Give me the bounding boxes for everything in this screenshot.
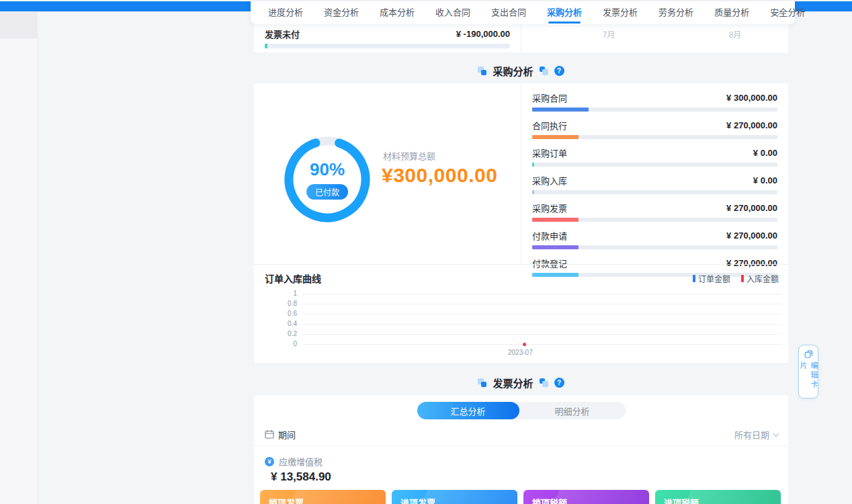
order-chart-legend: 订单金额 入库金额 xyxy=(693,273,779,284)
purchase-section-header: 采购分析 ? xyxy=(254,62,788,79)
analysis-mode-toggle: 汇总分析 明细分析 xyxy=(417,402,626,419)
budget-caption: 材料预算总额 xyxy=(383,149,435,162)
help-icon[interactable]: ? xyxy=(554,66,564,76)
invoice-section-header: 发票分析 ? xyxy=(254,374,788,391)
month-axis-label: 8月 xyxy=(720,28,750,40)
partial-month-chart: 7月 8月 xyxy=(521,24,788,52)
bar-row: 采购发票¥ 270,000.00 xyxy=(532,202,777,222)
bar-value: ¥ 270,000.00 xyxy=(726,203,777,213)
bar-fill xyxy=(532,245,579,249)
card-input-invoice[interactable]: 进项发票 xyxy=(392,490,517,504)
card-label: 销项发票 xyxy=(269,498,304,504)
y-tick: 1 xyxy=(280,290,297,297)
bar-track xyxy=(532,245,777,249)
invoice-panel: 汇总分析 明细分析 期间 所有日期 ¥ 应缴增值税 ¥ 13,584.90 销项… xyxy=(254,395,788,504)
vat-label-row: ¥ 应缴增值税 xyxy=(265,455,323,468)
analysis-tab-bar: 进度分析 资金分析 成本分析 收入合同 支出合同 采购分析 发票分析 劳务分析 … xyxy=(251,1,795,24)
invoice-unpaid-label: 发票未付 xyxy=(265,28,300,40)
bar-label: 付款申请 xyxy=(532,229,567,242)
bar-label: 采购发票 xyxy=(532,202,567,214)
y-tick: 0 xyxy=(280,340,297,347)
bar-track xyxy=(532,190,777,194)
bar-fill xyxy=(532,163,534,167)
tab-purchase-analysis[interactable]: 采购分析 xyxy=(547,1,582,24)
month-axis-label: 7月 xyxy=(594,28,624,40)
budget-donut-cell: 90% 已付款 材料预算总额 ¥300,000.00 xyxy=(254,83,521,264)
toggle-detail-analysis[interactable]: 明细分析 xyxy=(519,402,626,419)
bar-row: 付款申请¥ 270,000.00 xyxy=(532,230,777,249)
data-point-dot[interactable] xyxy=(523,343,526,346)
bar-fill xyxy=(532,135,579,139)
legend-swatch xyxy=(741,275,744,282)
legend-label: 订单金额 xyxy=(698,273,730,284)
period-label: 期间 xyxy=(278,428,296,441)
tab-fund-analysis[interactable]: 资金分析 xyxy=(324,1,359,24)
vat-value: ¥ 13,584.90 xyxy=(271,470,331,484)
vat-label: 应缴增值税 xyxy=(279,455,323,468)
order-line-chart: 1 0.8 0.6 0.4 0.2 0 2023-07 xyxy=(280,289,782,363)
invoice-unpaid-progress xyxy=(265,44,510,48)
x-axis-label: 2023-07 xyxy=(508,349,533,356)
bar-row: 合同执行¥ 270,000.00 xyxy=(532,120,777,139)
deco-squares-icon xyxy=(478,67,486,75)
card-output-tax[interactable]: 销项税额 xyxy=(523,490,649,504)
bar-track xyxy=(532,135,777,139)
y-tick: 0.2 xyxy=(280,330,297,337)
tab-quality-analysis[interactable]: 质量分析 xyxy=(714,1,749,24)
deco-squares-icon xyxy=(540,67,548,75)
purchase-panel: 90% 已付款 材料预算总额 ¥300,000.00 采购合同¥ 300,000… xyxy=(254,83,788,363)
bar-value: ¥ 300,000.00 xyxy=(726,93,777,103)
tab-cost-analysis[interactable]: 成本分析 xyxy=(380,1,415,24)
tab-labor-analysis[interactable]: 劳务分析 xyxy=(658,1,693,24)
tab-expense-contract[interactable]: 支出合同 xyxy=(491,1,526,24)
calendar-icon xyxy=(265,429,274,439)
bar-value: ¥ 0.00 xyxy=(753,175,777,185)
tab-invoice-analysis[interactable]: 发票分析 xyxy=(603,1,638,24)
panel-divider xyxy=(254,264,788,265)
card-output-invoice[interactable]: 销项发票 xyxy=(260,490,386,504)
bar-label: 采购入库 xyxy=(532,174,567,187)
bar-track xyxy=(532,163,777,167)
deco-squares-icon xyxy=(478,378,486,387)
purchase-section-title: 采购分析 xyxy=(493,64,533,78)
budget-amount: ¥300,000.00 xyxy=(382,164,497,187)
y-tick: 0.4 xyxy=(280,320,297,327)
bar-fill xyxy=(532,273,579,277)
tab-progress-analysis[interactable]: 进度分析 xyxy=(268,1,303,24)
bar-row: 采购入库¥ 0.00 xyxy=(532,175,777,194)
edit-card-button[interactable]: 编辑卡片 xyxy=(798,345,818,398)
legend-item[interactable]: 订单金额 xyxy=(693,273,730,284)
invoice-unpaid-panel: 发票未付 ¥ -190,000.00 7月 8月 xyxy=(254,24,788,52)
paid-badge: 已付款 xyxy=(306,184,348,200)
bar-label: 采购订单 xyxy=(532,146,567,159)
help-icon[interactable]: ? xyxy=(554,378,564,388)
tab-income-contract[interactable]: 收入合同 xyxy=(435,1,470,24)
invoice-unpaid-cell: 发票未付 ¥ -190,000.00 xyxy=(254,24,521,52)
bar-row: 采购合同¥ 300,000.00 xyxy=(532,92,777,112)
edit-card-label: 编辑卡片 xyxy=(798,362,819,398)
bar-value: ¥ 270,000.00 xyxy=(726,120,777,130)
bar-track xyxy=(532,108,777,112)
bar-track xyxy=(532,218,777,222)
legend-item[interactable]: 入库金额 xyxy=(741,273,779,284)
toggle-summary-analysis[interactable]: 汇总分析 xyxy=(417,402,519,419)
bar-row: 采购订单¥ 0.00 xyxy=(532,147,777,167)
bar-fill xyxy=(532,190,534,194)
paid-percent: 90% xyxy=(310,159,345,180)
invoice-unpaid-progress-fill xyxy=(265,44,267,48)
card-label: 销项税额 xyxy=(532,498,567,504)
left-sidebar-patch xyxy=(0,12,38,38)
order-chart-title: 订单入库曲线 xyxy=(265,271,321,285)
edit-cards-icon xyxy=(804,350,813,358)
tax-cards-row: 销项发票 进项发票 销项税额 进项税额 xyxy=(260,490,781,504)
legend-swatch xyxy=(693,275,695,282)
date-range-value: 所有日期 xyxy=(734,428,769,441)
bar-label: 合同执行 xyxy=(532,119,567,132)
card-input-tax[interactable]: 进项税额 xyxy=(655,490,781,504)
invoice-section-title: 发票分析 xyxy=(493,376,533,390)
bar-value: ¥ 0.00 xyxy=(753,148,777,158)
legend-label: 入库金额 xyxy=(747,273,779,284)
payment-donut-chart: 90% 已付款 xyxy=(281,133,374,226)
y-tick: 0.6 xyxy=(280,310,297,317)
date-range-select[interactable]: 所有日期 xyxy=(734,428,777,441)
